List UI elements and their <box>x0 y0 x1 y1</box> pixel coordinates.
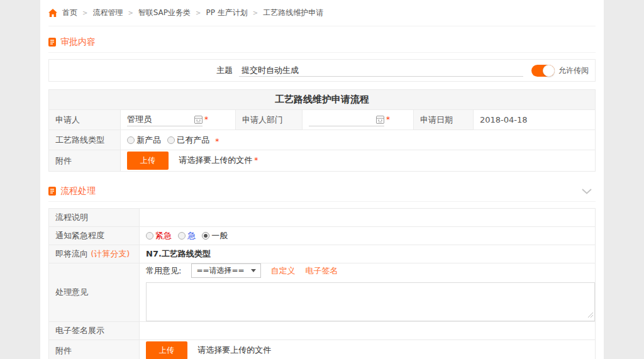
breadcrumb: 首页 > 流程管理 > 智联SAP业务类 > PP 生产计划 > 工艺路线维护申… <box>48 0 596 26</box>
approval-content-section-title: 审批内容 <box>60 36 96 48</box>
common-opinion-select[interactable]: ==请选择== <box>191 263 260 278</box>
breadcrumb-item-process-mgmt[interactable]: 流程管理 <box>92 8 123 18</box>
route-type-cell: 新产品 已有产品 * <box>121 130 596 150</box>
esign-link[interactable]: 电子签名 <box>306 265 338 277</box>
radio-existing-product-label: 已有产品 <box>177 135 209 146</box>
radio-rush-label: 急 <box>187 230 196 241</box>
custom-link[interactable]: 自定义 <box>271 265 296 277</box>
urgency-label: 通知紧急程度 <box>49 227 140 245</box>
breadcrumb-separator: > <box>128 9 133 16</box>
upload-button[interactable]: 上传 <box>127 152 169 170</box>
process-handling-section-title: 流程处理 <box>60 185 96 197</box>
radio-icon <box>146 232 153 240</box>
document-icon <box>48 38 56 47</box>
radio-new-product-label: 新产品 <box>136 135 161 146</box>
opinion-label: 处理意见 <box>49 263 140 322</box>
apply-date-value: 2018-04-18 <box>474 110 596 130</box>
breadcrumb-separator: > <box>196 9 201 16</box>
browse-icon[interactable] <box>376 116 384 124</box>
opinion-textarea-wrap <box>146 282 595 321</box>
common-opinion-row: 常用意见: ==请选择== 自定义 电子签名 <box>146 263 589 278</box>
next-flow-label: 即将流向 <box>55 249 88 258</box>
subject-bar: 主题 允许传阅 <box>48 59 596 82</box>
document-icon <box>48 187 56 196</box>
applicant-dept-input[interactable] <box>309 113 384 126</box>
applicant-dept-cell: * <box>303 110 414 130</box>
breadcrumb-separator: > <box>253 9 258 16</box>
radio-new-product[interactable]: 新产品 <box>127 135 161 146</box>
radio-urgent-label: 紧急 <box>155 230 172 241</box>
apply-date-label: 申请日期 <box>414 110 474 130</box>
attachment-label: 附件 <box>49 150 121 172</box>
upload-button[interactable]: 上传 <box>146 341 187 359</box>
radio-normal-label: 一般 <box>211 230 228 241</box>
applicant-label: 申请人 <box>49 110 121 130</box>
attachment-cell: 上传 请选择要上传的文件* <box>121 150 596 172</box>
toggle-knob <box>543 65 555 77</box>
chevron-down-icon[interactable] <box>582 186 592 196</box>
process-attachment-cell: 上传 请选择要上传的文件 <box>140 340 596 359</box>
approval-content-section-header: 审批内容 <box>48 36 596 53</box>
radio-icon <box>167 136 175 144</box>
caret-down-icon <box>251 269 256 272</box>
breadcrumb-separator: > <box>82 9 87 16</box>
next-flow-value: N7.工艺路线类型 <box>140 245 596 263</box>
process-description-value <box>140 209 596 227</box>
breadcrumb-item-current: 工艺路线维护申请 <box>263 8 323 18</box>
required-mark: * <box>386 115 390 124</box>
applicant-cell: 管理员 * <box>121 110 236 130</box>
radio-rush[interactable]: 急 <box>178 230 196 241</box>
process-form-table: 流程说明 通知紧急程度 紧急 急 一般 即 <box>48 208 596 359</box>
opinion-cell: 常用意见: ==请选择== 自定义 电子签名 <box>140 263 596 322</box>
applicant-dept-label: 申请人部门 <box>236 110 303 130</box>
process-attachment-label: 附件 <box>49 340 140 359</box>
radio-icon <box>127 136 135 144</box>
required-mark: * <box>215 137 219 146</box>
radio-icon <box>178 232 186 240</box>
select-value: ==请选择== <box>196 265 244 276</box>
form-title: 工艺路线维护申请流程 <box>49 90 596 110</box>
esign-display-label: 电子签名展示 <box>49 322 140 340</box>
browse-icon[interactable] <box>194 116 203 124</box>
process-description-label: 流程说明 <box>49 209 140 227</box>
applicant-input[interactable]: 管理员 <box>127 113 203 126</box>
allow-circulation-toggle[interactable] <box>531 65 555 77</box>
breadcrumb-item-home[interactable]: 首页 <box>62 8 77 18</box>
approval-form-table: 工艺路线维护申请流程 申请人 管理员 * 申请人部门 * <box>48 89 596 172</box>
subject-input[interactable] <box>239 64 523 77</box>
route-type-label: 工艺路线类型 <box>49 130 121 150</box>
breadcrumb-item-pp-plan[interactable]: PP 生产计划 <box>206 8 247 18</box>
radio-existing-product[interactable]: 已有产品 <box>167 135 209 146</box>
applicant-value: 管理员 <box>127 114 152 125</box>
allow-circulation-wrap: 允许传阅 <box>531 65 589 77</box>
required-mark: * <box>204 115 208 124</box>
calc-branch-link[interactable]: (计算分支) <box>91 249 130 258</box>
esign-display-value <box>140 322 596 340</box>
common-opinion-label: 常用意见: <box>146 265 181 277</box>
page-content: 首页 > 流程管理 > 智联SAP业务类 > PP 生产计划 > 工艺路线维护申… <box>40 0 604 359</box>
radio-urgent[interactable]: 紧急 <box>146 230 172 241</box>
opinion-textarea[interactable] <box>146 282 595 321</box>
next-flow-label-cell: 即将流向 (计算分支) <box>49 245 140 263</box>
upload-hint: 请选择要上传的文件 <box>179 155 252 165</box>
radio-icon-selected <box>202 232 209 240</box>
upload-hint: 请选择要上传的文件 <box>197 345 271 355</box>
subject-label: 主题 <box>216 65 233 76</box>
process-handling-section-header: 流程处理 <box>48 185 596 202</box>
required-mark: * <box>254 156 258 165</box>
allow-circulation-label: 允许传阅 <box>558 65 589 76</box>
radio-normal[interactable]: 一般 <box>202 230 228 241</box>
breadcrumb-item-sap-category[interactable]: 智联SAP业务类 <box>138 8 191 18</box>
home-icon[interactable] <box>48 9 57 17</box>
urgency-cell: 紧急 急 一般 <box>140 227 596 245</box>
